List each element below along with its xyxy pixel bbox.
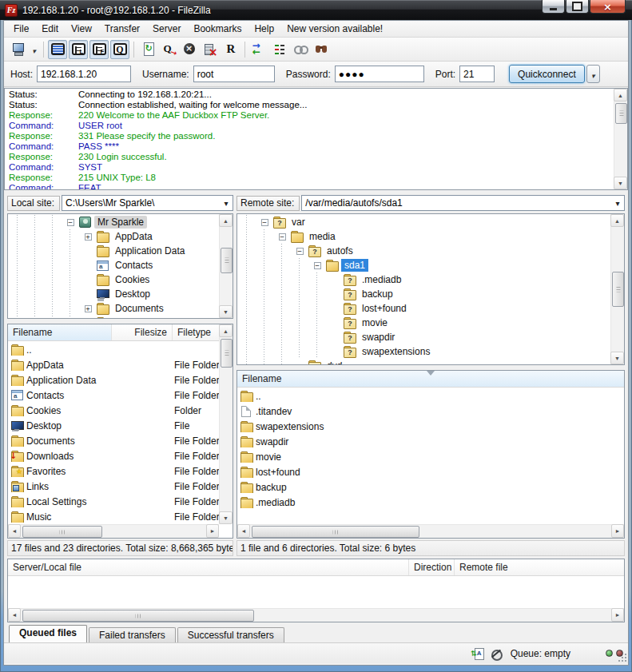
host-input[interactable] [37,66,131,82]
scroll-down-icon[interactable] [219,511,233,524]
scrollbar[interactable] [8,608,624,622]
local-site-combobox[interactable]: C:\Users\Mr Sparkle\ [62,195,233,211]
menu-view[interactable]: View [65,22,98,36]
scroll-up-icon[interactable] [219,324,233,337]
tree-item[interactable]: Desktop [9,287,218,301]
collapse-icon[interactable] [314,262,321,269]
resize-grip[interactable] [617,652,627,662]
file-row[interactable]: DocumentsFile Folder [9,433,218,448]
file-row[interactable]: swapextensions [238,419,623,434]
filter-button[interactable] [270,40,289,59]
collapse-icon[interactable] [261,219,268,226]
quickconnect-dropdown[interactable] [586,65,600,83]
file-row[interactable]: Application DataFile Folder [9,372,218,388]
refresh-button[interactable] [138,40,157,59]
tree-item[interactable]: Documents [9,301,218,316]
username-input[interactable] [193,66,275,82]
scrollbar-thumb[interactable] [22,526,102,538]
directory-comparison-button[interactable] [249,40,268,59]
scrollbar[interactable] [237,524,624,538]
tree-item[interactable]: media [238,229,610,244]
file-row[interactable]: .mediadb [238,495,623,510]
quickconnect-button[interactable]: Quickconnect [509,65,585,83]
toggle-queue-button[interactable] [110,40,129,59]
scrollbar[interactable] [610,214,624,364]
tree-item[interactable]: Application Data [9,244,218,258]
scroll-left-icon[interactable] [8,524,21,538]
close-button[interactable] [590,0,626,14]
tree-item[interactable]: lost+found [238,301,610,316]
scrollbar-thumb[interactable] [615,103,627,124]
scroll-down-icon[interactable] [614,177,627,189]
tree-item[interactable]: Mr Sparkle [9,215,218,229]
toggle-local-tree-button[interactable]: L [69,40,88,59]
file-row[interactable]: CookiesFolder [9,403,218,418]
reconnect-button[interactable] [221,40,240,59]
file-row[interactable]: movie [238,449,623,464]
tree-item[interactable]: swapextensions [238,344,610,359]
chevron-down-icon[interactable] [220,196,233,210]
tree-item[interactable]: backup [238,287,610,301]
tree-item[interactable]: movie [238,316,610,330]
collapse-icon[interactable] [279,233,286,241]
menu-new-version[interactable]: New version available! [280,22,389,36]
scrollbar[interactable] [614,89,627,189]
tab-failed-transfers[interactable]: Failed transfers [89,627,176,642]
scrollbar-thumb[interactable] [252,526,419,538]
scrollbar[interactable] [8,524,219,538]
site-manager-button[interactable] [9,40,28,59]
toggle-remote-tree-button[interactable]: F [89,40,109,59]
scroll-right-icon[interactable] [611,608,624,622]
file-row[interactable]: .. [238,388,623,404]
scroll-up-icon[interactable] [610,214,624,227]
file-row[interactable]: DownloadsFile Folder [9,448,218,463]
chevron-down-icon[interactable] [611,196,624,210]
column-header-filesize[interactable]: Filesize [112,324,173,340]
file-row[interactable]: ContactsFile Folder [9,388,218,403]
scrollbar-thumb[interactable] [221,248,233,273]
synchronized-browsing-button[interactable] [291,40,310,59]
column-header-remote-file[interactable]: Remote file [455,559,624,575]
expand-icon[interactable] [85,305,92,312]
tree-item[interactable]: AppData [9,229,218,244]
tab-successful-transfers[interactable]: Successful transfers [177,627,284,642]
scroll-left-icon[interactable] [237,524,250,538]
scrollbar-thumb[interactable] [22,610,254,622]
scrollbar[interactable] [219,214,233,318]
file-row[interactable]: .. [9,342,218,357]
scroll-up-icon[interactable] [219,214,233,227]
file-row[interactable]: LinksFile Folder [9,479,218,494]
scrollbar-thumb[interactable] [612,272,624,307]
scrollbar[interactable] [219,324,233,524]
file-row[interactable]: MusicFile Folder [9,509,218,524]
menu-bookmarks[interactable]: Bookmarks [187,22,248,36]
scroll-left-icon[interactable] [8,608,21,622]
collapse-icon[interactable] [67,219,74,226]
collapse-icon[interactable] [296,248,304,255]
maximize-button[interactable] [566,0,589,14]
minimize-button[interactable] [542,0,565,14]
menu-transfer[interactable]: Transfer [98,22,146,36]
file-row[interactable]: FavoritesFile Folder [9,463,218,479]
tree-item[interactable]: autofs [238,244,610,258]
column-header-server-local-file[interactable]: Server/Local file [8,559,409,575]
file-row[interactable]: .titandev [238,404,623,419]
scrollbar-thumb[interactable] [221,339,233,368]
tree-item[interactable]: Cookies [9,272,218,287]
menu-help[interactable]: Help [248,22,280,36]
password-input[interactable] [335,66,424,82]
toggle-message-log-button[interactable] [48,40,67,59]
site-manager-dropdown[interactable] [29,40,39,59]
scroll-right-icon[interactable] [611,524,624,538]
tree-item[interactable]: sda1 [238,258,610,272]
file-row[interactable]: lost+found [238,464,623,479]
tab-queued-files[interactable]: Queued files [9,625,87,642]
tree-item[interactable]: swapdir [238,330,610,344]
tree-item[interactable]: Downloads [9,316,218,319]
tree-item[interactable]: .mediadb [238,272,610,287]
expand-icon[interactable] [85,233,92,241]
file-row[interactable]: DesktopFile [9,418,218,433]
file-row[interactable]: backup [238,479,623,495]
find-files-button[interactable] [312,40,331,59]
disconnect-button[interactable] [201,40,220,59]
